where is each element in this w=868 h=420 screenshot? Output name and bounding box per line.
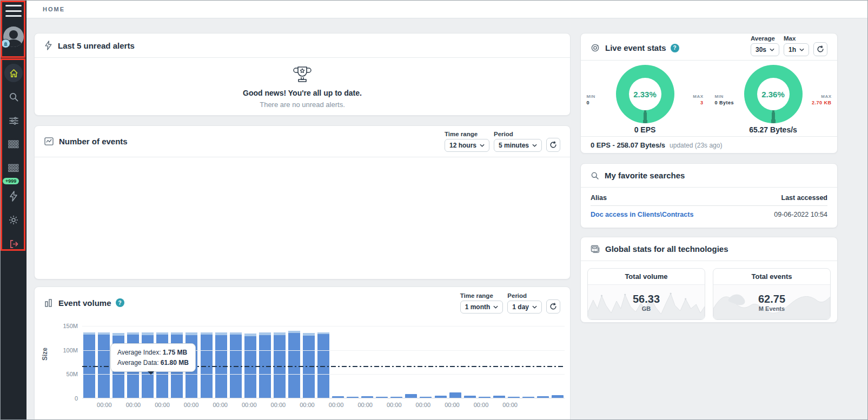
- topbar: HOME: [26, 1, 867, 18]
- favorite-searches-card: My favorite searches Alias Last accessed…: [580, 163, 838, 228]
- alert-count-badge: +999: [3, 178, 19, 184]
- tile-value: 62.75: [758, 293, 785, 305]
- sidebar-nav: +999: [1, 61, 26, 256]
- min-value: 0: [587, 100, 611, 105]
- donut-percent: 2.33%: [633, 90, 657, 99]
- time-range-label: Time range: [445, 131, 489, 137]
- sidebar-item-settings[interactable]: [1, 208, 26, 232]
- volume-bar: [390, 397, 402, 398]
- volume-bar: [230, 332, 242, 398]
- grid-icon: [8, 140, 19, 149]
- tile-value: 56.33: [633, 293, 660, 305]
- y-axis-label: Size: [41, 348, 49, 361]
- sidebar-item-apps-secondary[interactable]: [1, 156, 26, 180]
- donut-chart: 2.36%: [744, 65, 803, 123]
- breadcrumb[interactable]: HOME: [43, 6, 65, 12]
- eps-gauge: MIN 0 2.33% 0 EPS MAX 3: [581, 61, 709, 136]
- volume-bar: [332, 396, 344, 398]
- help-icon[interactable]: ?: [671, 44, 679, 52]
- volume-bar: [522, 397, 534, 398]
- card-title: My favorite searches: [605, 171, 685, 180]
- table-row: Doc access in Clients\Contracts 09-06-20…: [591, 206, 827, 223]
- period-label: Period: [494, 131, 542, 137]
- sidebar-item-filters[interactable]: [1, 109, 26, 132]
- number-of-events-card: Number of events Time range 12 hours Per…: [34, 125, 571, 279]
- search-icon: [591, 171, 599, 180]
- volume-bar: [552, 395, 564, 398]
- last-accessed-value: 09-06-2022 10:54: [774, 211, 827, 218]
- tile-unit: GB: [642, 305, 651, 312]
- event-volume-header: Event volume ? Time range 1 month Period…: [35, 287, 570, 318]
- bar-chart-icon: [44, 298, 53, 307]
- time-range-select[interactable]: 1 month: [460, 301, 503, 314]
- total-volume-tile: Total volume 56.33 GB: [587, 268, 705, 320]
- refresh-icon: [817, 45, 824, 53]
- min-value: 0 Bytes: [715, 100, 739, 105]
- user-avatar[interactable]: [3, 26, 24, 47]
- chevron-down-icon: [480, 144, 485, 147]
- volume-bar: [537, 396, 549, 398]
- gauge-caption: 65.27 Bytes/s: [749, 125, 797, 134]
- chevron-down-icon: [770, 48, 774, 51]
- number-of-events-header: Number of events Time range 12 hours Per…: [35, 126, 570, 157]
- max-select[interactable]: 1h: [784, 43, 809, 56]
- live-stats-footer: 0 EPS - 258.07 Bytes/s updated (23s ago): [581, 136, 837, 154]
- max-value: 3: [680, 100, 704, 105]
- volume-bar: [479, 397, 491, 398]
- live-updated: updated (23s ago): [670, 142, 722, 149]
- period-select[interactable]: 1 day: [507, 301, 542, 314]
- sidebar-item-logout[interactable]: [1, 232, 26, 256]
- favorite-search-link[interactable]: Doc access in Clients\Contracts: [591, 211, 693, 218]
- hamburger-icon: [5, 5, 22, 6]
- time-range-select[interactable]: 12 hours: [445, 139, 489, 152]
- sidebar-item-search[interactable]: [1, 85, 26, 109]
- volume-bar: [420, 397, 432, 398]
- max-control: Max 1h: [784, 35, 809, 56]
- time-range-control: Time range 12 hours: [445, 131, 489, 152]
- refresh-icon: [549, 141, 557, 149]
- volume-bar: [215, 332, 227, 398]
- time-range-label: Time range: [460, 292, 503, 299]
- sidebar: +999: [1, 1, 26, 420]
- donut-percent: 2.36%: [761, 90, 785, 99]
- calculator-icon: [591, 245, 600, 254]
- logout-icon: [9, 239, 19, 249]
- volume-bar: [464, 396, 476, 398]
- max-label: Max: [784, 35, 809, 42]
- gear-icon: [8, 215, 19, 225]
- help-icon[interactable]: ?: [116, 298, 124, 307]
- period-select[interactable]: 5 minutes: [494, 139, 542, 152]
- main-content: Last 5 unread alerts Good news! You're a…: [26, 18, 867, 419]
- home-icon: [9, 68, 19, 78]
- refresh-button[interactable]: [546, 138, 560, 152]
- donut-chart: 2.33%: [616, 65, 674, 123]
- average-label: Average: [751, 35, 779, 42]
- unread-alerts-header: Last 5 unread alerts: [35, 34, 570, 58]
- column-alias: Alias: [591, 194, 607, 202]
- sidebar-item-home[interactable]: [1, 61, 26, 85]
- favorites-table: Alias Last accessed Doc access in Client…: [581, 188, 837, 223]
- menu-button[interactable]: [5, 5, 22, 17]
- card-title: Number of events: [59, 137, 128, 146]
- volume-bar: [288, 331, 300, 398]
- live-event-stats-header: Live event stats ? Average 30s Max 1h: [581, 34, 837, 61]
- sidebar-item-alerts[interactable]: +999: [1, 184, 26, 208]
- card-title: Global stats for all technologies: [605, 244, 728, 254]
- period-label: Period: [507, 292, 542, 299]
- volume-bar: [347, 397, 359, 398]
- min-label: MIN: [587, 94, 595, 99]
- volume-bar: [259, 332, 271, 398]
- y-axis-ticks: 150M100M50M0: [62, 326, 82, 398]
- refresh-button[interactable]: [546, 299, 560, 314]
- gauge-caption: 0 EPS: [634, 125, 656, 134]
- sidebar-item-apps[interactable]: [1, 132, 26, 156]
- chart-tooltip: Average Index: 1.75 MB Average Data: 61.…: [110, 343, 196, 372]
- refresh-button[interactable]: [813, 42, 827, 56]
- max-label: MAX: [821, 94, 831, 99]
- chevron-down-icon: [799, 48, 804, 51]
- favorite-searches-header: My favorite searches: [581, 164, 837, 188]
- card-title: Live event stats: [605, 43, 666, 52]
- donut-icon: [591, 43, 600, 52]
- average-select[interactable]: 30s: [751, 43, 779, 56]
- min-label: MIN: [715, 94, 724, 99]
